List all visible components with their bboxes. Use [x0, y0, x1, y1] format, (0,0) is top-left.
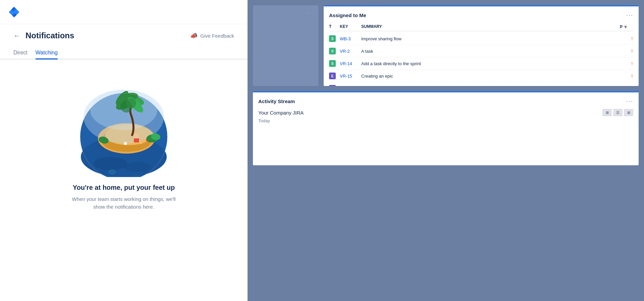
svg-point-24 — [124, 142, 127, 145]
activity-card-title: Activity Stream — [258, 98, 295, 104]
table-row[interactable]: S VR-2 A task ↑ — [329, 45, 633, 57]
svg-point-6 — [124, 162, 151, 172]
tabs-container: Direct Watching — [0, 43, 248, 59]
type-epic-icon: E — [329, 85, 336, 86]
activity-company-name: Your Company JIRA — [258, 110, 304, 116]
svg-point-15 — [126, 98, 136, 108]
priority-high-icon: ↑ — [631, 36, 633, 42]
list-view-button[interactable]: ☰ — [613, 109, 623, 116]
key-cell: VR-14 — [340, 61, 360, 66]
type-story-icon: S — [329, 35, 336, 42]
table-row[interactable]: E WB-4 I forgot what an epic actually is… — [329, 82, 633, 86]
jira-logo-icon — [8, 6, 20, 18]
activity-view-icons: ⊞ ☰ ⊞ — [602, 109, 633, 116]
card-header: Assigned to Me ··· — [329, 12, 633, 19]
header-left: ← Notifications — [13, 31, 74, 40]
type-story-icon: S — [329, 60, 336, 67]
page-title: Notifications — [25, 31, 74, 40]
sort-icon[interactable]: ▼ — [623, 24, 628, 30]
summary-cell: Creating an epic — [361, 74, 619, 79]
grid-view-button[interactable]: ⊞ — [602, 109, 612, 116]
svg-point-26 — [108, 169, 116, 175]
col-summary-header: Summary — [361, 24, 619, 30]
key-cell: VR-15 — [340, 74, 360, 79]
dashboard-panel: ··· ··· Assigned to Me ··· T Key Summary — [248, 0, 644, 301]
priority-high-icon: ↑ — [631, 73, 633, 79]
priority-cell: ↑ — [620, 48, 633, 54]
rss-view-button[interactable]: ⊞ — [624, 109, 633, 116]
activity-sub-row: Your Company JIRA ⊞ ☰ ⊞ — [258, 109, 633, 116]
partial-card-dots[interactable]: ··· — [307, 10, 314, 16]
table-row[interactable]: S WB-3 Improve sharing flow ↑ — [329, 33, 633, 45]
svg-rect-20 — [134, 138, 139, 142]
table-header: T Key Summary P ▼ — [329, 23, 633, 31]
empty-state-title: You're at home, put your feet up — [73, 184, 175, 191]
island-illustration: ♥ — [77, 73, 171, 177]
key-cell: WB-4 — [340, 86, 360, 86]
notifications-header: ← Notifications 📣 Give Feedback — [0, 24, 248, 40]
key-cell: VR-2 — [340, 49, 360, 54]
assigned-to-me-card: Assigned to Me ··· T Key Summary P ▼ S W… — [324, 5, 639, 86]
svg-point-5 — [94, 157, 127, 170]
col-key-header: Key — [340, 24, 360, 30]
svg-text:♥: ♥ — [146, 138, 148, 143]
activity-stream-card: Activity Stream ··· Your Company JIRA ⊞ … — [253, 91, 639, 165]
assigned-card-menu-button[interactable]: ··· — [626, 12, 633, 19]
empty-state-subtitle: When your team starts working on things,… — [72, 196, 176, 211]
type-story-icon: S — [329, 48, 336, 54]
priority-low-icon: ↓ — [631, 85, 633, 86]
tab-watching[interactable]: Watching — [36, 47, 58, 59]
dashboard-content: ··· Assigned to Me ··· T Key Summary P ▼ — [248, 0, 644, 301]
col-p-header: P ▼ — [620, 24, 633, 30]
priority-cell: ↓ — [620, 85, 633, 86]
summary-cell: Improve sharing flow — [361, 36, 619, 41]
assigned-card-title: Assigned to Me — [329, 12, 366, 18]
tab-direct[interactable]: Direct — [13, 47, 28, 59]
give-feedback-label: Give Feedback — [200, 33, 234, 39]
give-feedback-button[interactable]: 📣 Give Feedback — [190, 32, 234, 39]
priority-cell: ↑ — [620, 73, 633, 79]
activity-card-header: Activity Stream ··· — [258, 98, 633, 105]
activity-card-menu-button[interactable]: ··· — [626, 98, 633, 105]
empty-state: ♥ You're at home, put your feet up When … — [0, 59, 248, 301]
partial-card-left: ··· — [253, 5, 318, 86]
activity-date: Today — [258, 118, 633, 123]
dashboard-top-row: ··· Assigned to Me ··· T Key Summary P ▼ — [253, 5, 639, 86]
priority-high-icon: ↑ — [631, 48, 633, 54]
summary-cell: Add a task directly to the sprint — [361, 61, 619, 66]
top-bar — [0, 0, 248, 24]
priority-cell: ↑ — [620, 36, 633, 42]
type-epic-icon: E — [329, 73, 336, 79]
col-t-header: T — [329, 24, 338, 30]
megaphone-icon: 📣 — [190, 32, 198, 39]
notifications-panel: ← Notifications 📣 Give Feedback Direct W… — [0, 0, 248, 301]
summary-cell: I forgot what an epic actually is — [361, 86, 619, 86]
summary-cell: A task — [361, 49, 619, 54]
table-row[interactable]: S VR-14 Add a task directly to the sprin… — [329, 57, 633, 70]
back-button[interactable]: ← — [13, 32, 20, 40]
priority-high-icon: ↑ — [631, 60, 633, 67]
svg-point-19 — [134, 134, 139, 138]
table-row[interactable]: E VR-15 Creating an epic ↑ — [329, 70, 633, 82]
key-cell: WB-3 — [340, 36, 360, 41]
priority-cell: ↑ — [620, 60, 633, 67]
